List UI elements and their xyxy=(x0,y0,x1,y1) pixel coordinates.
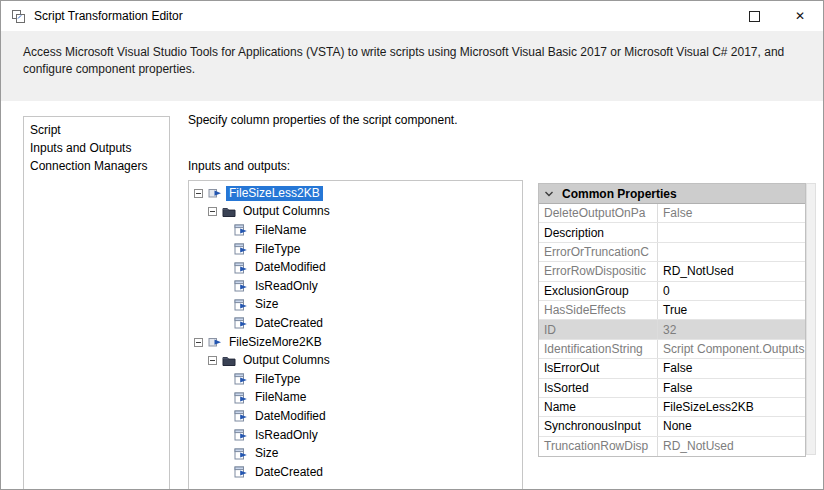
tree-item[interactable]: Size xyxy=(189,296,522,315)
tree-item[interactable]: DateModified xyxy=(189,407,522,426)
property-row[interactable]: NameFileSizeLess2KB xyxy=(539,398,805,417)
transform-icon xyxy=(10,8,26,24)
title-bar: Script Transformation Editor ✕ xyxy=(1,1,823,31)
description-banner: Access Microsoft Visual Studio Tools for… xyxy=(1,31,823,101)
tree-item[interactable]: FileType xyxy=(189,240,522,259)
property-row[interactable]: IdentificationStringScript Component.Out… xyxy=(539,340,805,359)
tree-item-label: IsReadOnly xyxy=(252,428,321,443)
property-value[interactable]: RD_NotUsed xyxy=(658,262,805,280)
property-name: IsErrorOut xyxy=(539,359,658,377)
output-node-icon xyxy=(208,186,222,200)
tree-item[interactable]: Output Columns xyxy=(189,351,522,370)
collapse-minus-icon[interactable] xyxy=(194,189,203,198)
window-title: Script Transformation Editor xyxy=(34,9,183,23)
property-row[interactable]: IsSortedFalse xyxy=(539,379,805,398)
tree-item-label: DateModified xyxy=(252,260,329,275)
property-row[interactable]: SynchronousInputNone xyxy=(539,417,805,436)
property-value[interactable]: RD_NotUsed xyxy=(658,437,805,456)
property-value[interactable] xyxy=(658,223,805,241)
property-name: Description xyxy=(539,223,658,241)
window-controls: ✕ xyxy=(731,1,823,31)
property-row[interactable]: ExclusionGroup0 xyxy=(539,282,805,301)
property-row[interactable]: DeleteOutputOnPaFalse xyxy=(539,204,805,223)
property-row[interactable]: ID32 xyxy=(539,320,805,339)
tree-label: Inputs and outputs: xyxy=(188,159,290,173)
tree-item[interactable]: DateCreated xyxy=(189,463,522,482)
property-name: DeleteOutputOnPa xyxy=(539,204,658,222)
tree-item-label: FileSizeLess2KB xyxy=(226,186,323,201)
tree-item[interactable]: FileName xyxy=(189,221,522,240)
page-list: ScriptInputs and OutputsConnection Manag… xyxy=(23,116,170,490)
tree-item-label: Size xyxy=(252,446,281,461)
tree-item[interactable]: IsReadOnly xyxy=(189,277,522,296)
property-row[interactable]: IsErrorOutFalse xyxy=(539,359,805,378)
tree-item[interactable]: IsReadOnly xyxy=(189,426,522,445)
inputs-outputs-tree: FileSizeLess2KBOutput ColumnsFileNameFil… xyxy=(188,180,523,490)
collapse-minus-icon[interactable] xyxy=(208,356,217,365)
page-heading: Specify column properties of the script … xyxy=(188,113,457,127)
column-icon xyxy=(234,447,248,461)
property-value[interactable]: FileSizeLess2KB xyxy=(658,398,805,416)
tree-item[interactable]: FileName xyxy=(189,389,522,408)
nav-item-script[interactable]: Script xyxy=(24,121,169,139)
property-value[interactable]: 0 xyxy=(658,282,805,300)
properties-grid-header-label: Common Properties xyxy=(562,187,677,201)
property-value[interactable]: False xyxy=(658,204,805,222)
tree-item[interactable]: Output Columns xyxy=(189,203,522,222)
property-value[interactable]: False xyxy=(658,379,805,397)
column-icon xyxy=(234,465,248,479)
property-value[interactable] xyxy=(658,243,805,261)
property-name: ID xyxy=(539,320,658,338)
tree-item-label: FileName xyxy=(252,223,309,238)
tree-item[interactable]: FileSizeLess2KB xyxy=(189,184,522,203)
column-icon xyxy=(234,279,248,293)
tree-item-label: FileType xyxy=(252,242,303,257)
tree-item-label: DateCreated xyxy=(252,316,326,331)
properties-grid-header[interactable]: Common Properties xyxy=(539,184,805,204)
tree-item[interactable]: Size xyxy=(189,444,522,463)
collapse-minus-icon[interactable] xyxy=(194,338,203,347)
tree-item[interactable]: FileSizeMore2KB xyxy=(189,333,522,352)
nav-item-connection-managers[interactable]: Connection Managers xyxy=(24,157,169,175)
property-row[interactable]: ErrorRowDispositicRD_NotUsed xyxy=(539,262,805,281)
property-value[interactable]: True xyxy=(658,301,805,319)
close-button[interactable]: ✕ xyxy=(777,1,823,31)
property-row[interactable]: HasSideEffectsTrue xyxy=(539,301,805,320)
chevron-down-icon xyxy=(544,190,554,198)
property-name: SynchronousInput xyxy=(539,417,658,435)
collapse-minus-icon[interactable] xyxy=(208,207,217,216)
property-value[interactable]: 32 xyxy=(658,320,805,338)
tree-item[interactable]: DateCreated xyxy=(189,314,522,333)
property-value[interactable]: False xyxy=(658,359,805,377)
tree-item-label: Output Columns xyxy=(240,204,333,219)
column-icon xyxy=(234,242,248,256)
properties-scrollbar[interactable] xyxy=(806,183,816,455)
column-icon xyxy=(234,391,248,405)
property-row[interactable]: ErrorOrTruncationC xyxy=(539,243,805,262)
property-value[interactable]: None xyxy=(658,417,805,435)
column-icon xyxy=(234,409,248,423)
column-icon xyxy=(234,372,248,386)
property-value[interactable]: Script Component.Outputs xyxy=(658,340,805,358)
column-icon xyxy=(234,261,248,275)
property-row[interactable]: TruncationRowDispRD_NotUsed xyxy=(539,437,805,456)
column-icon xyxy=(234,223,248,237)
folder-icon xyxy=(222,205,236,219)
folder-icon xyxy=(222,354,236,368)
properties-grid: Common Properties DeleteOutputOnPaFalseD… xyxy=(538,183,806,457)
maximize-button[interactable] xyxy=(731,1,777,31)
tree-item-label: DateCreated xyxy=(252,465,326,480)
tree-item-label: Size xyxy=(252,297,281,312)
tree-item[interactable]: FileType xyxy=(189,370,522,389)
tree-item-label: IsReadOnly xyxy=(252,279,321,294)
tree-item-label: FileName xyxy=(252,390,309,405)
properties-grid-rows: DeleteOutputOnPaFalseDescriptionErrorOrT… xyxy=(539,204,805,456)
tree-item-label: Output Columns xyxy=(240,353,333,368)
column-icon xyxy=(234,298,248,312)
tree-item[interactable]: DateModified xyxy=(189,258,522,277)
property-name: ErrorRowDispositic xyxy=(539,262,658,280)
nav-item-inputs-and-outputs[interactable]: Inputs and Outputs xyxy=(24,139,169,157)
property-row[interactable]: Description xyxy=(539,223,805,242)
output-node-icon xyxy=(208,335,222,349)
column-icon xyxy=(234,316,248,330)
